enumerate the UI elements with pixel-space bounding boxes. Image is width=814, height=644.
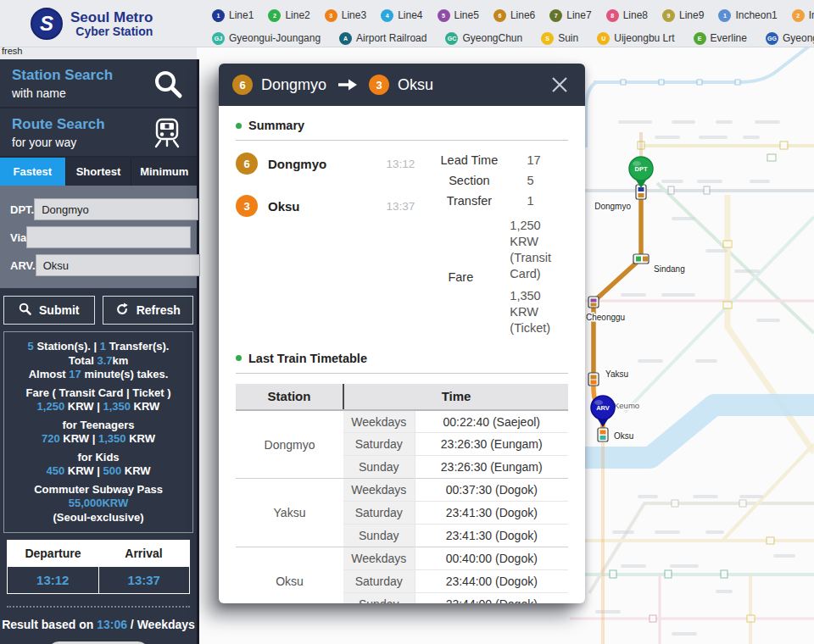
line-badge-uijeongbu[interactable]: UUijeongbu Lrt	[597, 32, 674, 45]
svg-text:ARV: ARV	[596, 404, 610, 412]
table-row: Yaksu Weekdays 00:37:30 (Dogok)	[236, 479, 568, 502]
line-badge-incheon1[interactable]: 1Incheon1	[718, 9, 777, 22]
line-badge-line4[interactable]: 4Line4	[381, 9, 422, 22]
tab-fastest[interactable]: Fastest	[0, 158, 66, 186]
line-badge-line9[interactable]: 9Line9	[662, 9, 704, 22]
summary-from-name: Dongmyo	[268, 157, 326, 171]
arrival-field[interactable]	[36, 254, 200, 276]
faded-line-green-diagonal	[657, 183, 814, 333]
suin-icon: S	[541, 32, 554, 45]
close-icon[interactable]	[548, 73, 571, 97]
search-icon	[153, 69, 183, 103]
line-badge-suin[interactable]: SSuin	[541, 32, 578, 45]
train-icon	[151, 118, 183, 152]
departure-column-header: Departure	[8, 541, 98, 566]
table-row: Dongmyo Weekdays 00:22:40 (Saejeol)	[236, 410, 568, 433]
summary-to-line-badge: 3	[236, 195, 258, 217]
airport-railroad-icon: A	[339, 32, 352, 45]
faded-line-blue-branch	[586, 82, 596, 147]
route-form: DPT. Via ARV.	[0, 186, 197, 288]
svg-text:DPT: DPT	[635, 165, 648, 173]
via-label: Via	[7, 231, 26, 244]
arrival-pin[interactable]: ARV	[591, 396, 615, 427]
line-badge-line7[interactable]: 7Line7	[549, 9, 591, 22]
clipped-refresh-artifact: fresh	[0, 47, 197, 59]
incheon1-icon: 1	[718, 9, 731, 22]
faded-line-blue	[594, 47, 814, 82]
route-line6	[594, 188, 641, 379]
refresh-button[interactable]: Refresh	[103, 296, 194, 325]
line4-icon: 4	[381, 9, 393, 22]
line-badge-line8[interactable]: 8Line8	[606, 9, 648, 22]
line-badge-incheon2[interactable]: 2Incheon2	[792, 9, 814, 22]
fare-transit-card: 1,250 KRW(Transit Card)	[510, 218, 568, 281]
line-legend: 1Line1 2Line2 3Line3 4Line4 5Line5 6Line…	[212, 0, 814, 47]
line-badge-gyeongui[interactable]: GJGyeongui-Joungang	[212, 32, 321, 45]
tab-minimum[interactable]: Minimum	[131, 158, 197, 186]
to-line-badge: 3	[369, 75, 389, 95]
faded-line-teal-diagonal	[625, 217, 814, 412]
gyeongchun-icon: GC	[445, 32, 458, 45]
teen-title-line: for Teenagers	[6, 419, 191, 433]
stations-transfers-line: 5 Station(s). | 1 Transfer(s).	[6, 340, 191, 354]
green-bullet-icon	[236, 355, 242, 361]
departure-pin[interactable]: DPT	[629, 157, 653, 188]
pass-price-line: 55,000KRW	[6, 497, 191, 511]
line-badge-everline[interactable]: EEverline	[694, 32, 747, 45]
map-label-oksu: Oksu	[614, 431, 633, 441]
line-badge-gyeongchun[interactable]: GCGyeongChun	[445, 32, 522, 45]
route-detail-modal: 6 Dongmyo 3 Oksu Summary 6 Dongmyo 13:12…	[219, 64, 585, 603]
from-station-name: Dongmyo	[261, 76, 326, 94]
timetable-heading: Last Train Timetable	[236, 352, 568, 374]
line-badge-line1[interactable]: 1Line1	[212, 9, 254, 22]
route-result-summary: 5 Station(s). | 1 Transfer(s). Total 3.7…	[3, 331, 193, 533]
line-badge-line3[interactable]: 3Line3	[325, 9, 366, 22]
map-label-sindang: Sindang	[654, 264, 685, 274]
summary-from-time: 13:12	[387, 158, 415, 170]
teen-fare-line: 720 KRW | 1,350 KRW	[6, 432, 191, 447]
duration-line: Almost 17 minute(s) takes.	[6, 368, 191, 382]
faded-line-yellow-branch	[722, 444, 814, 541]
arrow-right-icon	[337, 78, 359, 92]
via-field[interactable]	[26, 226, 191, 248]
gyeonggang-icon: GG	[766, 32, 778, 45]
fare-ticket: 1,350 KRW(Ticket)	[510, 288, 568, 336]
arrival-column-header: Arrival	[98, 541, 189, 566]
summary-to-time: 13:37	[387, 200, 415, 213]
station-search-menu[interactable]: Station Search with name	[0, 59, 197, 108]
modal-body: Summary 6 Dongmyo 13:12 3 Oksu 13:37 Lea…	[219, 106, 585, 603]
total-distance-line: Total 3.7km	[6, 354, 191, 369]
arrival-time-value: 13:37	[98, 567, 190, 593]
form-buttons: Submit Refresh	[0, 288, 197, 325]
tab-shortest[interactable]: Shortest	[66, 158, 132, 186]
pass-note-line: (Seoul-exclusive)	[6, 511, 191, 525]
line-badge-line5[interactable]: 5Line5	[438, 9, 479, 22]
uijeongbu-icon: U	[597, 32, 610, 45]
line-badge-airport[interactable]: AAirport Railroad	[339, 32, 427, 45]
departure-field[interactable]	[34, 198, 198, 220]
fare-main-line: 1,250 KRW | 1,350 KRW	[6, 400, 191, 414]
submit-search-icon	[19, 303, 31, 318]
line-badge-line6[interactable]: 6Line6	[493, 9, 535, 22]
result-based-text: Result based on 13:06 / Weekdays	[0, 618, 197, 631]
departure-label: DPT.	[7, 203, 34, 216]
kids-fare-line: 450 KRW | 500 KRW	[6, 464, 191, 479]
sidebar: Station Search with name Route Search fo…	[0, 59, 197, 644]
route-search-menu[interactable]: Route Search for your way	[0, 108, 197, 158]
lead-time-row: Lead Time17	[432, 153, 568, 167]
submit-button[interactable]: Submit	[3, 296, 95, 325]
last-train-timetable: Station Time Dongmyo Weekdays 00:22:40 (…	[236, 384, 568, 603]
modal-header: 6 Dongmyo 3 Oksu	[219, 64, 585, 106]
kids-title-line: for Kids	[6, 451, 191, 465]
summary-from-line-badge: 6	[236, 153, 258, 175]
from-line-badge: 6	[232, 75, 253, 95]
refresh-icon	[115, 303, 129, 319]
section-row: Section5	[432, 174, 568, 187]
line-badge-gyeonggang[interactable]: GGGyeonggang	[766, 32, 814, 45]
line-badge-line2[interactable]: 2Line2	[268, 9, 309, 22]
seoul-metro-logo-icon: S	[31, 8, 63, 40]
summary-from-row: 6 Dongmyo 13:12	[236, 153, 432, 175]
app-logo[interactable]: S Seoul Metro Cyber Station	[31, 8, 153, 40]
dotted-divider	[7, 606, 190, 608]
line9-icon: 9	[662, 9, 675, 22]
